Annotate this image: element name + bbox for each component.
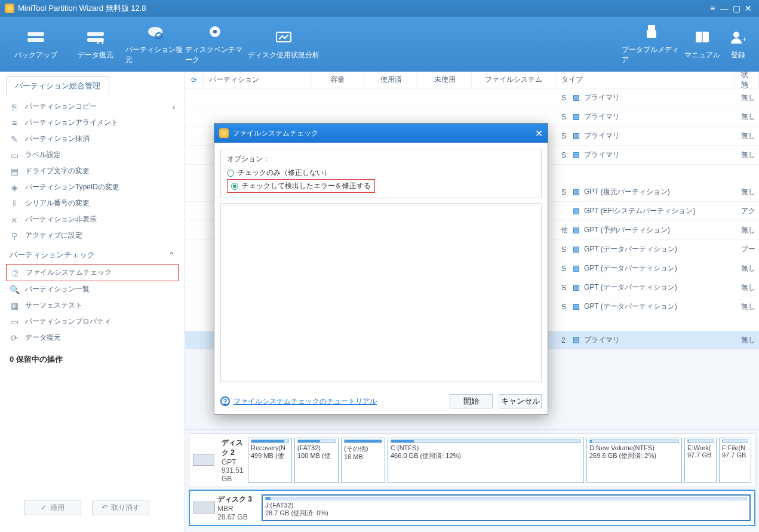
disk-3-row[interactable]: ディスク 3 MBR 28.67 GB J:(FAT32) 28.7 GB (使… [189, 490, 755, 526]
sidebar-item-copy[interactable]: ⎘パーティションコピー› [6, 99, 179, 115]
svg-point-6 [213, 30, 217, 33]
col-unused[interactable]: 未使用 [418, 72, 472, 88]
svg-rect-8 [648, 25, 655, 30]
usb-disk-icon [193, 502, 215, 513]
benchmark-icon [205, 23, 225, 40]
check-icon: ✓ [41, 503, 47, 512]
undo-icon: ↶ [102, 503, 107, 512]
backup-button[interactable]: バックアップ [6, 20, 66, 68]
svg-point-4 [148, 27, 162, 36]
disk2-volume[interactable]: D:New Volume(NTFS)269.6 GB (使用済: 2%) [586, 438, 682, 483]
sidebar-item-align[interactable]: ≡パーティションアライメント [6, 115, 179, 131]
apply-button[interactable]: ✓適用 [24, 500, 81, 515]
sidebar-item-hide[interactable]: ⨯パーティション非表示 [6, 211, 179, 227]
disk-usage-button[interactable]: ディスク使用状況分析 [245, 20, 322, 68]
drive-letter-icon: ▤ [10, 167, 19, 176]
start-button[interactable]: 開始 [450, 394, 493, 408]
recover-icon: ⟳ [10, 333, 19, 343]
col-status[interactable]: 状態 [735, 72, 759, 88]
disk2-volume[interactable]: E:Work(97.7 GB [684, 438, 717, 483]
data-recovery-button[interactable]: データ復元 [66, 20, 125, 68]
minimize-icon[interactable]: — [718, 4, 730, 13]
register-button[interactable]: + 登録 [723, 20, 753, 68]
col-partition[interactable]: パーティション [203, 72, 311, 88]
radio-check-fix[interactable]: チェックして検出したエラーを修正する [227, 179, 375, 193]
partition-recovery-icon [146, 23, 165, 40]
properties-icon: ▭ [10, 317, 19, 327]
disk2-volume[interactable]: C:(NTFS)466.0 GB (使用済: 12%) [388, 438, 584, 483]
backup-icon [26, 29, 45, 45]
table-row[interactable]: Sプライマリ無し [185, 88, 759, 107]
disk3-volume[interactable]: J:(FAT32) 28.7 GB (使用済: 0%) [262, 494, 751, 521]
sidebar-item-active[interactable]: ⚲アクティブに設定 [6, 227, 179, 244]
sidebar-check-heading[interactable]: パーティションチェック⌃ [6, 244, 179, 264]
cancel-button[interactable]: キャンセル [499, 394, 542, 408]
menu-icon[interactable]: ≡ [706, 4, 718, 13]
barcode-icon: ⦀ [10, 199, 19, 208]
book-icon [693, 29, 712, 45]
data-recovery-icon [86, 29, 105, 45]
svg-point-12 [733, 32, 739, 38]
fscheck-dialog: ファイルシステムチェック ✕ オプション： チェックのみ（修正しない） チェック… [214, 123, 548, 415]
output-area [220, 203, 542, 382]
maximize-icon[interactable]: ▢ [730, 4, 742, 13]
sidebar-item-surface[interactable]: ▦サーフェステスト [6, 297, 179, 313]
svg-text:+: + [742, 35, 746, 44]
manual-button[interactable]: マニュアル [681, 20, 723, 68]
typeid-icon: ◈ [10, 183, 19, 192]
hide-icon: ⨯ [10, 215, 19, 225]
options-box: オプション： チェックのみ（修正しない） チェックして検出したエラーを修正する [220, 149, 542, 198]
label-icon: ▭ [10, 150, 19, 160]
undo-button[interactable]: ↶取り消す [92, 500, 149, 515]
radio-icon [227, 170, 234, 177]
col-capacity[interactable]: 容量 [311, 72, 364, 88]
sidebar-item-typeid[interactable]: ◈パーティションTypeIDの変更 [6, 179, 179, 195]
reload-button[interactable]: ⟳ [185, 72, 203, 88]
disk2-volume[interactable]: F:File(N97.7 GB [719, 438, 751, 483]
disk-usage-icon [274, 29, 293, 45]
chevron-up-icon: ⌃ [168, 251, 175, 260]
align-icon: ≡ [10, 118, 19, 128]
sidebar-item-serial[interactable]: ⦀シリアル番号の変更 [6, 195, 179, 211]
tutorial-link[interactable]: ? ファイルシステムチェックのチュートリアル [220, 396, 377, 407]
main-toolbar: バックアップ データ復元 パーティション復元 ディスクベンチマーク ディスク使用… [0, 17, 759, 72]
radio-check-only[interactable]: チェックのみ（修正しない） [227, 167, 535, 179]
options-label: オプション： [227, 154, 535, 164]
disk2-volume[interactable]: (その他)16 MB [341, 438, 385, 483]
sidebar-item-properties[interactable]: ▭パーティションプロパティ [6, 313, 179, 330]
pin-icon: ⚲ [10, 231, 19, 241]
eraser-icon: ✎ [10, 134, 19, 144]
sidebar-item-label[interactable]: ▭ラベル設定 [6, 147, 179, 163]
disk2-volume[interactable]: Recovery(N499 MB (使 [248, 438, 292, 483]
sidebar-item-recover[interactable]: ⟳データ復元 [6, 330, 179, 346]
disk-2-row[interactable]: ディスク 2 GPT 931.51 GB Recovery(N499 MB (使… [189, 433, 755, 487]
svg-rect-9 [647, 30, 656, 38]
col-used[interactable]: 使用済 [364, 72, 418, 88]
dialog-close-icon[interactable]: ✕ [535, 128, 543, 139]
sidebar-item-wipe[interactable]: ✎パーティション抹消 [6, 131, 179, 147]
partition-recovery-button[interactable]: パーティション復元 [125, 20, 185, 68]
dialog-titlebar: ファイルシステムチェック ✕ [214, 124, 548, 143]
pending-ops: 0 保留中の操作 [6, 346, 179, 373]
usb-icon [642, 23, 661, 40]
col-fs[interactable]: ファイルシステム [472, 72, 555, 88]
bootable-media-button[interactable]: ブータブルメディア [622, 20, 681, 68]
copy-icon: ⎘ [10, 102, 19, 112]
grid-header: ⟳ パーティション 容量 使用済 未使用 ファイルシステム タイプ 状態 [185, 72, 759, 88]
section-tab[interactable]: パーティション総合管理 [6, 76, 109, 95]
sidebar-item-explore[interactable]: 🔍パーティション一覧 [6, 281, 179, 297]
dialog-logo-icon [219, 128, 229, 138]
sidebar: パーティション総合管理 ⎘パーティションコピー› ≡パーティションアライメント … [0, 72, 185, 532]
titlebar: MiniTool Partition Wizard 無料版 12.8 ≡ — ▢… [0, 0, 759, 17]
chevron-right-icon: › [173, 103, 175, 111]
sidebar-item-drive-letter[interactable]: ▤ドライブ文字の変更 [6, 163, 179, 179]
search-icon: 🔍 [10, 285, 19, 294]
disk2-volume[interactable]: (FAT32)100 MB (使 [294, 438, 339, 483]
col-type[interactable]: タイプ [555, 72, 735, 88]
window-title: MiniTool Partition Wizard 無料版 12.8 [18, 3, 706, 14]
fscheck-icon: ⍰ [10, 268, 20, 278]
sidebar-item-fscheck[interactable]: ⍰ファイルシステムチェック [6, 264, 179, 281]
benchmark-button[interactable]: ディスクベンチマーク [185, 20, 245, 68]
close-icon[interactable]: ✕ [742, 4, 754, 13]
user-plus-icon: + [729, 29, 748, 45]
